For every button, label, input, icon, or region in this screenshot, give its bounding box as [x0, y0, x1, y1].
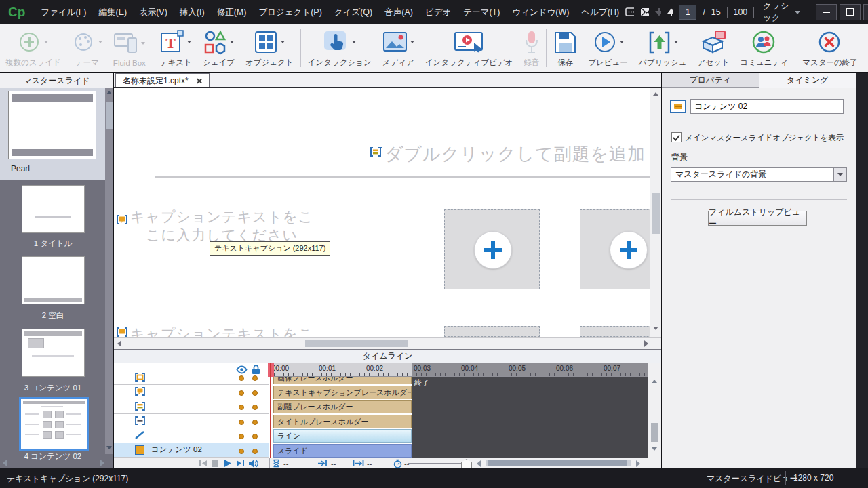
menu-file[interactable]: ファイル(F) — [35, 7, 92, 18]
menu-project[interactable]: プロジェクト(P) — [252, 7, 328, 18]
scroll-left-icon[interactable] — [117, 340, 121, 347]
text-button[interactable]: T テキスト — [155, 24, 197, 72]
slide-number-input[interactable]: 1 — [679, 5, 696, 20]
download-arrow-icon[interactable] — [655, 7, 660, 17]
menu-view[interactable]: 表示(V) — [133, 7, 174, 18]
visibility-dot[interactable] — [239, 449, 244, 454]
preview-button[interactable]: プレビュー — [583, 24, 633, 72]
view-mode-label[interactable]: マスタースライドビュー — [707, 473, 798, 485]
scroll-right-icon[interactable] — [644, 340, 648, 347]
comment-icon[interactable] — [625, 7, 634, 17]
scroll-down-icon[interactable] — [106, 446, 112, 449]
add-content-button[interactable] — [610, 231, 648, 269]
caption-placeholder-text[interactable]: キャプションテキストをこ こに入力してください — [123, 207, 320, 245]
timeline-row-subtitle-placeholder[interactable] — [114, 399, 269, 414]
scrollbar-thumb[interactable] — [305, 340, 408, 347]
timeline-scroll-right-icon[interactable] — [636, 459, 640, 468]
content-placeholder-box[interactable] — [580, 209, 650, 289]
menu-window[interactable]: ウィンドウ(W) — [506, 7, 575, 18]
timeline-title[interactable]: タイムライン — [114, 349, 661, 363]
menu-edit[interactable]: 編集(E) — [92, 7, 133, 18]
timeline-row-title-placeholder[interactable] — [114, 414, 269, 429]
lock-dot[interactable] — [252, 420, 258, 425]
visibility-dot[interactable] — [239, 434, 244, 439]
timeline-row-caption-placeholder[interactable] — [114, 385, 269, 400]
menu-insert[interactable]: 挿入(I) — [174, 7, 211, 18]
timeline-ruler[interactable]: 00:00 00:01 00:02 00:03 00:04 00:05 00:0… — [269, 363, 648, 377]
panel-scroll-right-icon[interactable] — [100, 460, 104, 466]
scrollbar-thumb[interactable] — [652, 193, 660, 234]
scrollbar-thumb[interactable] — [488, 460, 627, 466]
timeline-bar-slide[interactable]: スライド — [273, 444, 412, 458]
scrollbar-thumb[interactable] — [651, 423, 658, 442]
playhead-line[interactable] — [270, 363, 271, 458]
master-slide-thumbnail-content01[interactable] — [22, 329, 85, 377]
zoom-slider-handle[interactable] — [461, 459, 472, 468]
master-slide-name-input[interactable] — [690, 99, 844, 114]
master-panel-scrollbar[interactable] — [105, 88, 113, 454]
canvas-horizontal-scrollbar[interactable] — [114, 337, 661, 349]
divider-line-shape[interactable] — [155, 176, 650, 178]
lock-dot[interactable] — [252, 434, 258, 439]
timeline-scroll-left-icon[interactable] — [477, 459, 481, 468]
background-dropdown[interactable]: マスタースライドの背景 — [671, 167, 847, 182]
timeline-bar-subtitle-placeholder[interactable]: 副題プレースホルダー — [273, 400, 412, 413]
save-button[interactable]: 保存 — [548, 24, 583, 72]
minimize-button[interactable] — [816, 4, 837, 20]
timeline-bar-title-placeholder[interactable]: タイトルプレースホルダー — [273, 415, 412, 428]
scroll-up-icon[interactable] — [652, 380, 657, 383]
tab-close-icon[interactable] — [197, 78, 202, 83]
timeline-row-line[interactable] — [114, 428, 269, 443]
scroll-up-icon[interactable] — [106, 91, 112, 94]
document-tab[interactable]: 名称未設定1.cptx* — [115, 73, 210, 87]
timeline-vertical-scrollbar[interactable] — [648, 363, 661, 458]
lock-dot[interactable] — [252, 449, 258, 454]
audio-mute-button[interactable] — [248, 459, 259, 468]
close-button[interactable] — [863, 4, 868, 20]
subtitle-placeholder-text[interactable]: ダブルクリックして副題を追加 — [385, 142, 646, 166]
menu-help[interactable]: ヘルプ(H) — [575, 7, 625, 18]
tab-timing[interactable]: タイミング — [760, 73, 856, 88]
go-to-end-button[interactable] — [236, 459, 245, 468]
visibility-dot[interactable] — [239, 390, 244, 396]
pearl-thumbnail[interactable] — [8, 91, 96, 159]
timeline-bar-line[interactable]: ライン — [273, 429, 412, 443]
content-placeholder-box[interactable] — [444, 209, 540, 289]
tab-properties[interactable]: プロパティ — [662, 73, 760, 88]
timeline-row-slide-selected[interactable]: コンテンツ 02 — [114, 443, 269, 458]
lock-dot[interactable] — [252, 375, 258, 381]
zoom-level[interactable]: 100 — [733, 7, 747, 17]
menu-themes[interactable]: テーマ(T) — [457, 7, 506, 18]
objects-button[interactable]: オブジェクト — [240, 24, 299, 72]
community-button[interactable]: コミュニティ — [735, 24, 794, 72]
master-slide-item-pearl[interactable]: Pearl — [0, 88, 106, 180]
assets-button[interactable]: アセット — [692, 24, 734, 72]
scroll-down-icon[interactable] — [653, 327, 658, 330]
scrollbar-thumb[interactable] — [106, 102, 113, 129]
visibility-dot[interactable] — [239, 405, 244, 410]
menu-quiz[interactable]: クイズ(Q) — [328, 7, 378, 18]
filmstrip-view-button[interactable]: フィルムストリップビュー — [708, 211, 807, 226]
play-button[interactable] — [224, 459, 231, 468]
content-placeholder-box-clipped[interactable] — [444, 326, 540, 337]
show-master-objects-checkbox[interactable] — [671, 132, 682, 142]
menu-modify[interactable]: 修正(M) — [211, 7, 253, 18]
master-slide-thumbnail-title[interactable] — [22, 185, 85, 233]
master-slide-thumbnail-content02-selected[interactable] — [19, 396, 89, 451]
visibility-dot[interactable] — [239, 375, 244, 381]
master-slide-thumbnail-blank[interactable] — [22, 256, 85, 304]
timeline-bar-caption-placeholder[interactable]: テキストキャプションプレースホルダー — [273, 386, 412, 399]
timeline-horizontal-scrollbar[interactable] — [486, 460, 631, 466]
stop-button[interactable] — [212, 459, 218, 468]
interactive-video-button[interactable]: インタラクティブビデオ — [420, 24, 518, 72]
dropdown-button[interactable] — [833, 168, 846, 181]
panel-scroll-left-icon[interactable] — [3, 460, 7, 466]
caption-placeholder-text-clipped[interactable]: キャプションテキストをこ — [123, 325, 320, 337]
menu-audio[interactable]: 音声(A) — [378, 7, 419, 18]
scroll-up-icon[interactable] — [653, 92, 658, 96]
slide-canvas[interactable]: ダブルクリックして副題を追加 キャプションテキストをこ こに入力してください テ… — [114, 88, 650, 337]
workspace-switcher[interactable]: クラシック — [763, 1, 800, 24]
canvas-vertical-scrollbar[interactable] — [650, 88, 661, 337]
menu-video[interactable]: ビデオ — [419, 7, 457, 18]
content-placeholder-box-clipped[interactable] — [580, 326, 650, 337]
